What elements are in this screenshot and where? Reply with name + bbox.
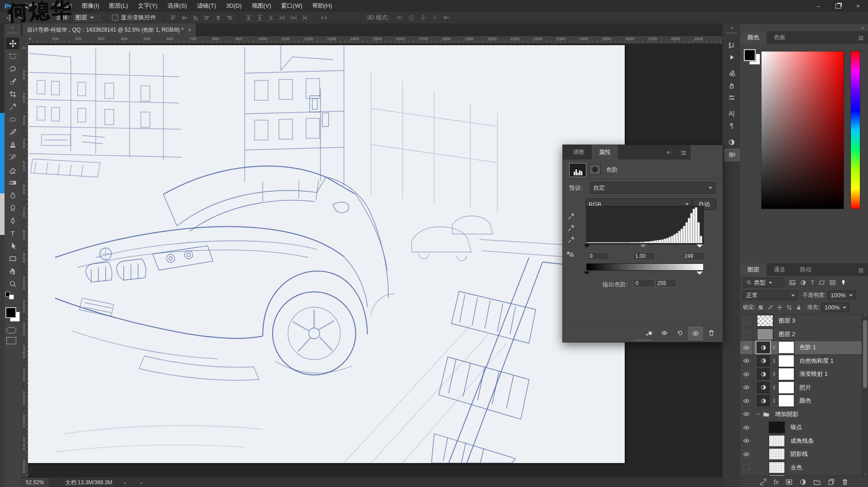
- dock-character-button[interactable]: A|: [724, 108, 739, 119]
- layer-row[interactable]: 图层 3: [740, 314, 862, 328]
- status-next-icon[interactable]: ›: [124, 479, 126, 486]
- healing-tool[interactable]: [6, 113, 19, 125]
- new-adjustment-button[interactable]: [799, 478, 807, 486]
- type-tool[interactable]: T: [6, 227, 19, 239]
- reset-button[interactable]: [673, 327, 687, 339]
- screen-mode-button[interactable]: [6, 337, 16, 344]
- dist-bottom-button[interactable]: [268, 14, 274, 21]
- layer-row[interactable]: 噪点: [740, 421, 862, 435]
- adjustment-icon[interactable]: [757, 369, 770, 379]
- close-tab-icon[interactable]: ×: [188, 27, 191, 33]
- lock-transparent-button[interactable]: [758, 304, 764, 310]
- new-layer-button[interactable]: [827, 478, 835, 486]
- move-tool[interactable]: [6, 37, 19, 49]
- layer-visibility-toggle[interactable]: [740, 314, 753, 328]
- highlight-output-slider[interactable]: [696, 272, 703, 278]
- adjustment-icon[interactable]: [757, 356, 770, 366]
- layer-thumbnail[interactable]: [769, 435, 785, 447]
- toolbar-grip[interactable]: [8, 32, 18, 34]
- status-prev-icon[interactable]: ‹: [140, 479, 142, 486]
- layer-mask-thumbnail[interactable]: [779, 342, 794, 353]
- tab-paths[interactable]: 路径: [793, 263, 819, 276]
- lock-pixels-button[interactable]: [767, 304, 773, 310]
- quick-mask-button[interactable]: [6, 327, 16, 333]
- midtone-input-field[interactable]: 1.00: [633, 252, 655, 260]
- history-brush-tool[interactable]: [6, 151, 19, 163]
- dock-brushes-button[interactable]: [724, 80, 739, 91]
- layer-row[interactable]: 增加阴影: [740, 408, 862, 421]
- horizontal-ruler[interactable]: 0100200300400500600700800900100011001200…: [28, 36, 722, 44]
- layer-visibility-toggle[interactable]: [740, 435, 753, 448]
- highlight-input-field[interactable]: 249: [682, 252, 705, 260]
- highlight-input-slider[interactable]: [696, 244, 703, 251]
- ruler-corner[interactable]: [21, 36, 28, 44]
- pan-3d-button[interactable]: [419, 14, 427, 21]
- shape-filter-button[interactable]: [818, 279, 825, 286]
- minimize-button[interactable]: –: [808, 0, 828, 12]
- dist-hcenter-button[interactable]: [290, 14, 297, 21]
- hue-slider[interactable]: [850, 51, 860, 209]
- zoom-tool[interactable]: [6, 278, 19, 290]
- foreground-color-well[interactable]: [744, 49, 756, 61]
- layer-thumbnail[interactable]: [769, 448, 785, 460]
- add-mask-button[interactable]: [785, 478, 793, 486]
- layer-visibility-toggle[interactable]: [740, 328, 753, 341]
- restore-button[interactable]: [828, 0, 848, 12]
- roll-3d-button[interactable]: [408, 14, 415, 21]
- toggle-visibility-button[interactable]: [688, 327, 703, 340]
- layer-visibility-toggle[interactable]: [740, 394, 753, 407]
- dist-right-button[interactable]: [302, 14, 308, 21]
- layer-row[interactable]: 自然饱和度 1: [740, 355, 862, 368]
- layer-row[interactable]: 去色: [740, 461, 862, 475]
- layer-visibility-toggle[interactable]: [740, 448, 753, 461]
- vertical-ruler[interactable]: 0100200300400500600700800900100011001200…: [21, 43, 28, 477]
- foreground-color-swatch[interactable]: [5, 307, 16, 318]
- delete-layer-button[interactable]: [841, 478, 849, 486]
- menu-3DD[interactable]: 3D(D): [221, 0, 247, 12]
- lock-position-button[interactable]: [777, 304, 783, 310]
- layer-visibility-toggle[interactable]: [740, 408, 753, 421]
- tab-color[interactable]: 颜色: [740, 31, 766, 44]
- layer-mask-thumbnail[interactable]: [779, 355, 794, 367]
- filter-pin-button[interactable]: [840, 279, 847, 286]
- output-shadow-field[interactable]: 0: [633, 279, 655, 287]
- align-top-button[interactable]: [170, 14, 176, 21]
- saturation-brightness-field[interactable]: [761, 51, 844, 209]
- align-left-button[interactable]: [204, 14, 210, 21]
- pixel-filter-button[interactable]: [789, 279, 796, 286]
- levels-thumbnail-button[interactable]: [569, 163, 586, 177]
- dock-actions-button[interactable]: [724, 52, 739, 63]
- align-bottom-button[interactable]: [192, 14, 199, 21]
- preset-dropdown[interactable]: 自定: [590, 182, 715, 194]
- dist-vcenter-button[interactable]: [256, 14, 263, 21]
- menu-选择S[interactable]: 选择(S): [162, 0, 192, 12]
- shadow-output-slider[interactable]: [584, 272, 590, 278]
- layer-thumbnail[interactable]: [769, 421, 785, 433]
- mask-button[interactable]: [589, 164, 601, 175]
- adjustment-icon[interactable]: [757, 382, 770, 393]
- layer-row[interactable]: 颜色: [740, 394, 862, 408]
- show-transform-checkbox[interactable]: [112, 14, 118, 21]
- select-target-dropdown[interactable]: 图层: [72, 13, 102, 23]
- sample-black-eyedropper[interactable]: [567, 213, 575, 220]
- pen-tool[interactable]: [6, 215, 19, 226]
- panel-menu-icon[interactable]: [858, 267, 864, 274]
- blend-mode-dropdown[interactable]: 正常: [743, 290, 798, 300]
- tab-properties[interactable]: 属性: [592, 145, 618, 159]
- tab-adjustments[interactable]: 调整: [566, 145, 592, 159]
- canvas-artwork[interactable]: [28, 45, 625, 463]
- menu-图层L[interactable]: 图层(L): [104, 0, 133, 12]
- dist-left-button[interactable]: [279, 14, 286, 21]
- lock-artboard-button[interactable]: [786, 304, 792, 310]
- layer-visibility-toggle[interactable]: [740, 421, 753, 434]
- scroll-up-icon[interactable]: ⌃: [862, 314, 868, 318]
- filter-type-dropdown[interactable]: 类型: [743, 278, 784, 287]
- smartobject-filter-button[interactable]: [829, 279, 836, 286]
- stamp-tool[interactable]: [6, 139, 19, 150]
- tab-channels[interactable]: 通道: [766, 263, 793, 276]
- panel-menu-icon[interactable]: [858, 35, 864, 42]
- dist-top-button[interactable]: [245, 14, 252, 21]
- eyedropper-tool[interactable]: [6, 101, 19, 112]
- layer-visibility-toggle[interactable]: [740, 381, 753, 394]
- chevron-double-right-icon[interactable]: »: [667, 149, 670, 155]
